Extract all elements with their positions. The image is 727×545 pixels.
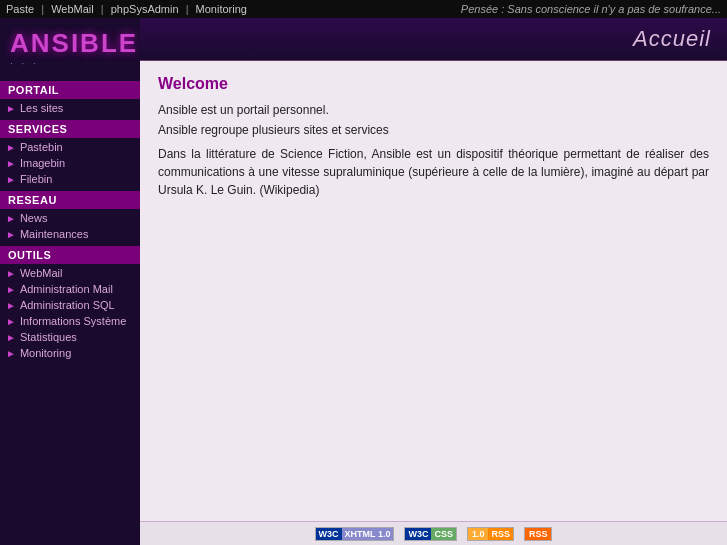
sidebar-label-stats: Statistiques: [20, 331, 77, 343]
topbar-link-monitoring[interactable]: Monitoring: [196, 3, 247, 15]
badge-w3c-css-label: W3C: [405, 528, 431, 540]
sidebar-section-outils: OUTILS ► WebMail ► Administration Mail ►…: [0, 246, 140, 361]
badge-rss1-label: 1.0: [468, 528, 489, 540]
welcome-line-2: Ansible regroupe plusieurs sites et serv…: [158, 123, 709, 137]
sidebar-item-administration-sql[interactable]: ► Administration SQL: [0, 297, 140, 313]
sidebar-label-les-sites: Les sites: [20, 102, 63, 114]
logo-text: ANSIBLE: [10, 30, 138, 56]
badge-rss1-sublabel: RSS: [488, 528, 513, 540]
topbar-link-phpsysadmin[interactable]: phpSysAdmin: [111, 3, 179, 15]
sidebar-label-filebin: Filebin: [20, 173, 52, 185]
sidebar-label-maintenances: Maintenances: [20, 228, 89, 240]
section-header-services: SERVICES: [0, 120, 140, 138]
sidebar-item-pastebin[interactable]: ► Pastebin: [0, 139, 140, 155]
footer: W3C XHTML 1.0 W3C CSS 1.0 RSS RSS: [140, 521, 727, 545]
sidebar-label-monitoring: Monitoring: [20, 347, 71, 359]
topbar: Paste | WebMail | phpSysAdmin | Monitori…: [0, 0, 727, 18]
badge-rss2-label: RSS: [525, 528, 552, 540]
sidebar-label-info-sys: Informations Système: [20, 315, 126, 327]
content-header: Accueil: [140, 18, 727, 61]
arrow-icon-monitoring: ►: [6, 348, 16, 359]
logo-stars: · · ·: [10, 58, 39, 69]
arrow-icon-admin-sql: ►: [6, 300, 16, 311]
content-area: Accueil Welcome Ansible est un portail p…: [140, 18, 727, 545]
topbar-sep-3: |: [186, 3, 192, 15]
topbar-link-webmail[interactable]: WebMail: [51, 3, 94, 15]
sidebar-item-informations-systeme[interactable]: ► Informations Système: [0, 313, 140, 329]
sidebar-item-administration-mail[interactable]: ► Administration Mail: [0, 281, 140, 297]
sidebar-item-webmail[interactable]: ► WebMail: [0, 265, 140, 281]
topbar-links[interactable]: Paste | WebMail | phpSysAdmin | Monitori…: [6, 3, 247, 15]
topbar-quote: Pensée : Sans conscience il n'y a pas de…: [461, 3, 721, 15]
content-body: Welcome Ansible est un portail personnel…: [140, 61, 727, 521]
arrow-icon-admin-mail: ►: [6, 284, 16, 295]
arrow-icon-maintenances: ►: [6, 229, 16, 240]
sidebar-label-news: News: [20, 212, 48, 224]
sidebar-item-statistiques[interactable]: ► Statistiques: [0, 329, 140, 345]
sidebar-section-portail: PORTAIL ► Les sites: [0, 81, 140, 116]
badge-w3c-css[interactable]: W3C CSS: [404, 527, 457, 541]
sidebar-label-imagebin: Imagebin: [20, 157, 65, 169]
sidebar-item-news[interactable]: ► News: [0, 210, 140, 226]
welcome-line-1: Ansible est un portail personnel.: [158, 103, 709, 117]
welcome-paragraph: Dans la littérature de Science Fiction, …: [158, 145, 709, 199]
section-header-portail: PORTAIL: [0, 81, 140, 99]
badge-xhtml-label: XHTML 1.0: [342, 528, 394, 540]
sidebar-item-filebin[interactable]: ► Filebin: [0, 171, 140, 187]
arrow-icon-stats: ►: [6, 332, 16, 343]
sidebar-section-services: SERVICES ► Pastebin ► Imagebin ► Filebin: [0, 120, 140, 187]
topbar-sep-1: |: [41, 3, 47, 15]
sidebar-label-admin-sql: Administration SQL: [20, 299, 115, 311]
arrow-icon-info-sys: ►: [6, 316, 16, 327]
topbar-sep-2: |: [101, 3, 107, 15]
arrow-icon-news: ►: [6, 213, 16, 224]
sidebar-section-reseau: RESEAU ► News ► Maintenances: [0, 191, 140, 242]
sidebar-item-imagebin[interactable]: ► Imagebin: [0, 155, 140, 171]
sidebar: ANSIBLE · · · PORTAIL ► Les sites SERVIC…: [0, 18, 140, 545]
sidebar-label-webmail: WebMail: [20, 267, 63, 279]
section-header-reseau: RESEAU: [0, 191, 140, 209]
badge-rss-2[interactable]: RSS: [524, 527, 553, 541]
badge-rss-1[interactable]: 1.0 RSS: [467, 527, 514, 541]
badge-css-label: CSS: [431, 528, 456, 540]
arrow-icon-imagebin: ►: [6, 158, 16, 169]
logo-area: ANSIBLE · · ·: [0, 22, 140, 81]
sidebar-item-les-sites[interactable]: ► Les sites: [0, 100, 140, 116]
section-header-outils: OUTILS: [0, 246, 140, 264]
arrow-icon-pastebin: ►: [6, 142, 16, 153]
arrow-icon-webmail: ►: [6, 268, 16, 279]
badge-w3c-xhtml[interactable]: W3C XHTML 1.0: [315, 527, 395, 541]
sidebar-label-pastebin: Pastebin: [20, 141, 63, 153]
main-layout: ANSIBLE · · · PORTAIL ► Les sites SERVIC…: [0, 18, 727, 545]
welcome-title: Welcome: [158, 75, 709, 93]
sidebar-item-maintenances[interactable]: ► Maintenances: [0, 226, 140, 242]
badge-w3c-label: W3C: [316, 528, 342, 540]
arrow-icon-les-sites: ►: [6, 103, 16, 114]
arrow-icon-filebin: ►: [6, 174, 16, 185]
sidebar-item-monitoring[interactable]: ► Monitoring: [0, 345, 140, 361]
topbar-link-paste[interactable]: Paste: [6, 3, 34, 15]
sidebar-label-admin-mail: Administration Mail: [20, 283, 113, 295]
